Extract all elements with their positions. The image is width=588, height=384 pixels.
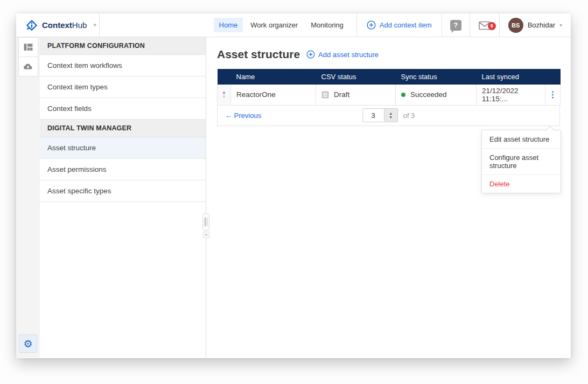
app-body: ⚙ PLATFORM CONFIGURATION Context item wo… xyxy=(16,37,571,358)
user-menu[interactable]: BS Bozhidar ▾ xyxy=(500,18,571,33)
sidebar-item-asset-structure[interactable]: Asset structure xyxy=(40,137,206,159)
add-context-item-label: Add context item xyxy=(380,21,432,29)
sidebar-item-context-item-workflows[interactable]: Context item workflows xyxy=(40,55,206,76)
row-actions-button[interactable]: ⋮ xyxy=(545,85,561,105)
sidebar: PLATFORM CONFIGURATION Context item work… xyxy=(40,37,206,358)
main-nav: Home Work organizer Monitoring xyxy=(214,18,356,32)
dashboard-layout-icon xyxy=(23,42,33,52)
help-icon: ? xyxy=(450,20,461,31)
contexthub-logo-icon xyxy=(26,19,38,31)
pagination-bar: ← Previous ▲ ▼ of 3 xyxy=(217,106,560,126)
icon-rail: ⚙ xyxy=(16,37,40,358)
logo-menu[interactable]: ContextHub ▾ xyxy=(16,13,100,37)
app-window: ContextHub ▾ Home Work organizer Monitor… xyxy=(16,13,571,358)
settings-button[interactable]: ⚙ xyxy=(19,334,37,353)
sidebar-item-context-fields[interactable]: Context fields xyxy=(40,98,206,120)
main-content: Asset structure Add asset structure xyxy=(206,37,571,358)
add-asset-structure-button[interactable]: Add asset structure xyxy=(306,50,379,59)
page-selector: ▲ ▼ of 3 xyxy=(362,108,415,122)
table-header-row: Name CSV status Sync status Last synced xyxy=(218,69,561,85)
menu-item-edit-asset-structure[interactable]: Edit asset structure xyxy=(482,130,561,149)
nav-item-work-organizer[interactable]: Work organizer xyxy=(245,18,303,32)
sidebar-item-asset-specific-types[interactable]: Asset specific types xyxy=(40,180,206,202)
asset-structure-table: Name CSV status Sync status Last synced … xyxy=(217,69,561,106)
logo-text-bold: Context xyxy=(42,20,72,30)
row-actions-menu: Edit asset structure Configure asset str… xyxy=(481,130,561,193)
stepper-up-icon: ▲ xyxy=(389,111,393,115)
reorder-arrows-icon: ▲ ▼ xyxy=(218,90,230,99)
cell-last-synced: 21/12/2022 11:15:... xyxy=(477,85,545,105)
logo-text: ContextHub xyxy=(42,20,87,30)
plus-circle-icon xyxy=(306,50,315,59)
dashboard-nav-button[interactable] xyxy=(18,37,38,57)
table-row: ▲ ▼ ReactorOne xyxy=(218,85,561,105)
menu-item-configure-asset-structure[interactable]: Configure asset structure xyxy=(482,149,561,175)
column-csv-status: CSV status xyxy=(316,69,396,85)
avatar: BS xyxy=(508,18,523,33)
page-stepper[interactable]: ▲ ▼ xyxy=(384,108,398,122)
kebab-icon: ⋮ xyxy=(549,90,557,99)
logo-text-light: Hub xyxy=(72,20,87,30)
column-selector xyxy=(218,69,231,85)
page-title: Asset structure xyxy=(217,48,300,61)
page-total-label: of 3 xyxy=(403,111,415,120)
sidebar-resize-handle[interactable] xyxy=(202,213,209,231)
column-sync-status: Sync status xyxy=(396,69,477,85)
sidebar-item-asset-permissions[interactable]: Asset permissions xyxy=(40,159,206,180)
gear-icon: ⚙ xyxy=(23,338,32,350)
messages-button[interactable]: 9 xyxy=(470,20,499,31)
plus-circle-icon xyxy=(367,20,376,30)
user-name: Bozhidar xyxy=(528,21,555,29)
help-button[interactable]: ? xyxy=(442,20,470,31)
sidebar-section-digital-twin-manager: DIGITAL TWIN MANAGER xyxy=(40,120,206,137)
add-asset-structure-label: Add asset structure xyxy=(318,51,379,59)
messages-count-badge: 9 xyxy=(488,22,496,30)
column-name: Name xyxy=(231,69,316,85)
menu-item-delete[interactable]: Delete xyxy=(482,175,561,193)
sidebar-collapse-button[interactable]: × xyxy=(203,232,209,238)
stepper-down-icon: ▼ xyxy=(389,115,393,119)
column-last-synced: Last synced xyxy=(477,69,545,85)
document-lines-icon xyxy=(321,91,329,99)
add-context-item-button[interactable]: Add context item xyxy=(357,20,442,30)
sidebar-item-context-item-types[interactable]: Context item types xyxy=(40,76,206,98)
success-dot-icon xyxy=(401,93,405,97)
cell-sync-status: Succeeded xyxy=(396,85,477,105)
row-reorder-cell[interactable]: ▲ ▼ xyxy=(218,85,231,105)
cell-name: ReactorOne xyxy=(231,85,316,105)
cell-csv-status: Draft xyxy=(316,85,396,105)
page-number-input[interactable] xyxy=(362,108,384,122)
nav-item-home[interactable]: Home xyxy=(214,18,243,32)
topbar: ContextHub ▾ Home Work organizer Monitor… xyxy=(16,13,571,37)
column-actions xyxy=(545,69,561,85)
cloud-upload-icon xyxy=(23,61,33,72)
user-chevron-down-icon: ▾ xyxy=(559,22,562,28)
upload-nav-button[interactable] xyxy=(18,57,38,76)
heading-row: Asset structure Add asset structure xyxy=(217,48,562,61)
previous-page-link[interactable]: ← Previous xyxy=(225,111,261,120)
sidebar-section-platform-configuration: PLATFORM CONFIGURATION xyxy=(40,37,206,55)
logo-chevron-down-icon: ▾ xyxy=(93,22,96,29)
nav-item-monitoring[interactable]: Monitoring xyxy=(305,18,349,32)
topbar-right: Home Work organizer Monitoring Add conte… xyxy=(100,13,571,37)
